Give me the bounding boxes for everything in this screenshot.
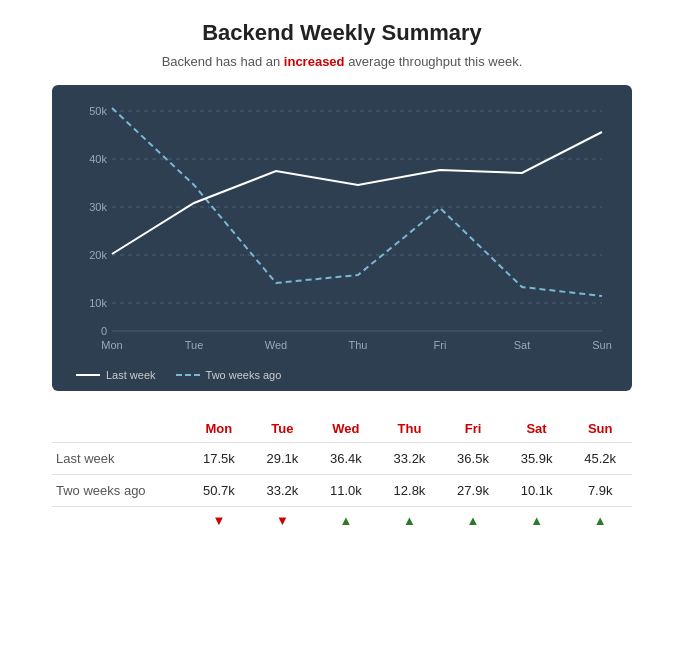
cell-two-weeks-tue: 33.2k xyxy=(251,475,315,507)
cell-last-week-fri: 36.5k xyxy=(441,443,505,475)
cell-two-weeks-sat: 10.1k xyxy=(505,475,569,507)
table-header-sun: Sun xyxy=(568,415,632,443)
subtitle-keyword: increased xyxy=(284,54,345,69)
table-header-sat: Sat xyxy=(505,415,569,443)
subtitle: Backend has had an increased average thr… xyxy=(162,54,523,69)
arrow-tue: ▼ xyxy=(251,507,315,535)
cell-last-week-sun: 45.2k xyxy=(568,443,632,475)
cell-two-weeks-mon: 50.7k xyxy=(187,475,251,507)
arrow-mon-icon: ▼ xyxy=(212,513,225,528)
cell-last-week-wed: 36.4k xyxy=(314,443,378,475)
chart-container: 50k 40k 30k 20k 10k 0 Mon Tue Wed Thu Fr… xyxy=(52,85,632,391)
page-title: Backend Weekly Summary xyxy=(202,20,482,46)
table-header-row: Mon Tue Wed Thu Fri Sat Sun xyxy=(52,415,632,443)
chart-legend: Last week Two weeks ago xyxy=(72,369,612,381)
legend-solid-line xyxy=(76,374,100,376)
arrow-wed: ▲ xyxy=(314,507,378,535)
cell-two-weeks-wed: 11.0k xyxy=(314,475,378,507)
svg-text:Wed: Wed xyxy=(265,339,287,351)
table-header-fri: Fri xyxy=(441,415,505,443)
arrow-sun: ▲ xyxy=(568,507,632,535)
chart-area: 50k 40k 30k 20k 10k 0 Mon Tue Wed Thu Fr… xyxy=(72,101,612,361)
row-label-two-weeks-ago: Two weeks ago xyxy=(52,475,187,507)
arrow-sun-icon: ▲ xyxy=(594,513,607,528)
svg-text:Mon: Mon xyxy=(101,339,122,351)
cell-two-weeks-fri: 27.9k xyxy=(441,475,505,507)
chart-svg: 50k 40k 30k 20k 10k 0 Mon Tue Wed Thu Fr… xyxy=(72,101,612,361)
table-row-last-week: Last week 17.5k 29.1k 36.4k 33.2k 36.5k … xyxy=(52,443,632,475)
cell-two-weeks-sun: 7.9k xyxy=(568,475,632,507)
svg-text:Thu: Thu xyxy=(349,339,368,351)
svg-text:10k: 10k xyxy=(89,297,107,309)
cell-last-week-tue: 29.1k xyxy=(251,443,315,475)
data-table-section: Mon Tue Wed Thu Fri Sat Sun Last week 17… xyxy=(52,415,632,534)
data-table: Mon Tue Wed Thu Fri Sat Sun Last week 17… xyxy=(52,415,632,534)
cell-last-week-sat: 35.9k xyxy=(505,443,569,475)
legend-last-week: Last week xyxy=(76,369,156,381)
arrow-sat-icon: ▲ xyxy=(530,513,543,528)
arrow-fri-icon: ▲ xyxy=(467,513,480,528)
table-header-tue: Tue xyxy=(251,415,315,443)
arrow-fri: ▲ xyxy=(441,507,505,535)
cell-two-weeks-thu: 12.8k xyxy=(378,475,442,507)
cell-last-week-mon: 17.5k xyxy=(187,443,251,475)
table-row-two-weeks-ago: Two weeks ago 50.7k 33.2k 11.0k 12.8k 27… xyxy=(52,475,632,507)
arrow-mon: ▼ xyxy=(187,507,251,535)
table-header-wed: Wed xyxy=(314,415,378,443)
svg-text:0: 0 xyxy=(101,325,107,337)
legend-two-weeks-ago: Two weeks ago xyxy=(176,369,282,381)
cell-last-week-thu: 33.2k xyxy=(378,443,442,475)
legend-two-weeks-ago-label: Two weeks ago xyxy=(206,369,282,381)
svg-text:Sat: Sat xyxy=(514,339,531,351)
arrow-tue-icon: ▼ xyxy=(276,513,289,528)
table-header-mon: Mon xyxy=(187,415,251,443)
table-header-empty xyxy=(52,415,187,443)
svg-text:Fri: Fri xyxy=(434,339,447,351)
svg-text:40k: 40k xyxy=(89,153,107,165)
arrow-sat: ▲ xyxy=(505,507,569,535)
arrow-empty xyxy=(52,507,187,535)
svg-text:50k: 50k xyxy=(89,105,107,117)
table-arrow-row: ▼ ▼ ▲ ▲ ▲ ▲ ▲ xyxy=(52,507,632,535)
subtitle-end: average throughput this week. xyxy=(345,54,523,69)
svg-text:Sun: Sun xyxy=(592,339,612,351)
svg-text:30k: 30k xyxy=(89,201,107,213)
table-header-thu: Thu xyxy=(378,415,442,443)
legend-last-week-label: Last week xyxy=(106,369,156,381)
subtitle-text: Backend has had an xyxy=(162,54,284,69)
arrow-thu-icon: ▲ xyxy=(403,513,416,528)
arrow-wed-icon: ▲ xyxy=(339,513,352,528)
legend-dashed-line xyxy=(176,374,200,376)
row-label-last-week: Last week xyxy=(52,443,187,475)
arrow-thu: ▲ xyxy=(378,507,442,535)
svg-text:20k: 20k xyxy=(89,249,107,261)
svg-text:Tue: Tue xyxy=(185,339,204,351)
